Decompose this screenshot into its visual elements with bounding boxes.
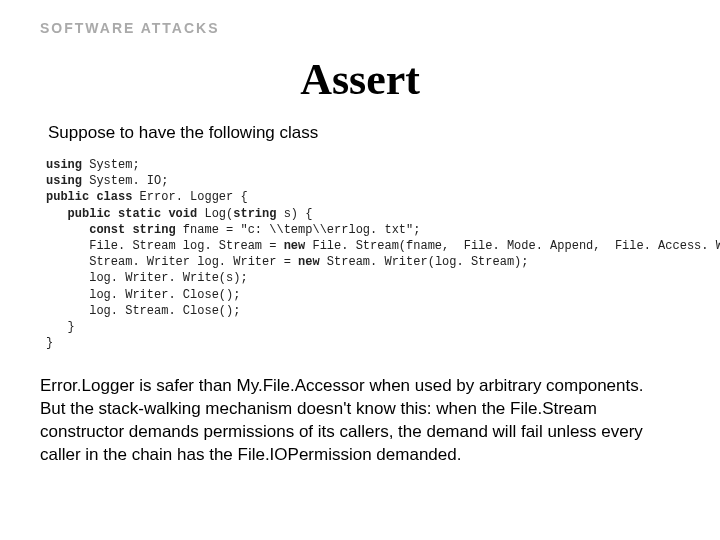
code-line: } <box>46 335 680 351</box>
code-text: log. Writer. Close(); <box>46 288 240 302</box>
code-keyword: using <box>46 158 82 172</box>
code-line: public static void Log(string s) { <box>46 206 680 222</box>
code-block: using System;using System. IO;public cla… <box>46 157 680 351</box>
code-text: System; <box>82 158 140 172</box>
code-text: } <box>46 320 75 334</box>
code-text: File. Stream(fname, File. Mode. Append, … <box>305 239 720 253</box>
code-text: log. Writer. Write(s); <box>46 271 248 285</box>
code-keyword: const string <box>46 223 176 237</box>
code-keyword: public class <box>46 190 132 204</box>
slide-title: Assert <box>40 54 680 105</box>
outro-line-1: Error.Logger is safer than My.File.Acces… <box>40 376 643 395</box>
code-keyword: new <box>284 239 306 253</box>
code-line: using System. IO; <box>46 173 680 189</box>
code-line: log. Writer. Close(); <box>46 287 680 303</box>
code-keyword: string <box>233 207 276 221</box>
code-text: Error. Logger { <box>132 190 247 204</box>
code-text: Log( <box>197 207 233 221</box>
code-text: Stream. Writer(log. Stream); <box>320 255 529 269</box>
code-text: log. Stream. Close(); <box>46 304 240 318</box>
code-text: s) { <box>276 207 312 221</box>
code-text: } <box>46 336 53 350</box>
intro-text: Suppose to have the following class <box>48 123 680 143</box>
code-text: System. IO; <box>82 174 168 188</box>
code-line: public class Error. Logger { <box>46 189 680 205</box>
code-text: File. Stream log. Stream = <box>46 239 284 253</box>
code-keyword: using <box>46 174 82 188</box>
code-line: using System; <box>46 157 680 173</box>
outro-line-2: But the stack-walking mechanism doesn't … <box>40 399 643 464</box>
code-keyword: new <box>298 255 320 269</box>
code-keyword: public static void <box>46 207 197 221</box>
outro-text: Error.Logger is safer than My.File.Acces… <box>40 375 680 467</box>
code-line: const string fname = "c: \\temp\\errlog.… <box>46 222 680 238</box>
code-text: fname = "c: \\temp\\errlog. txt"; <box>176 223 421 237</box>
slide: SOFTWARE ATTACKS Assert Suppose to have … <box>0 0 720 540</box>
code-line: File. Stream log. Stream = new File. Str… <box>46 238 680 254</box>
code-line: log. Writer. Write(s); <box>46 270 680 286</box>
code-line: } <box>46 319 680 335</box>
slide-header: SOFTWARE ATTACKS <box>40 20 680 36</box>
code-line: log. Stream. Close(); <box>46 303 680 319</box>
code-text: Stream. Writer log. Writer = <box>46 255 298 269</box>
code-line: Stream. Writer log. Writer = new Stream.… <box>46 254 680 270</box>
